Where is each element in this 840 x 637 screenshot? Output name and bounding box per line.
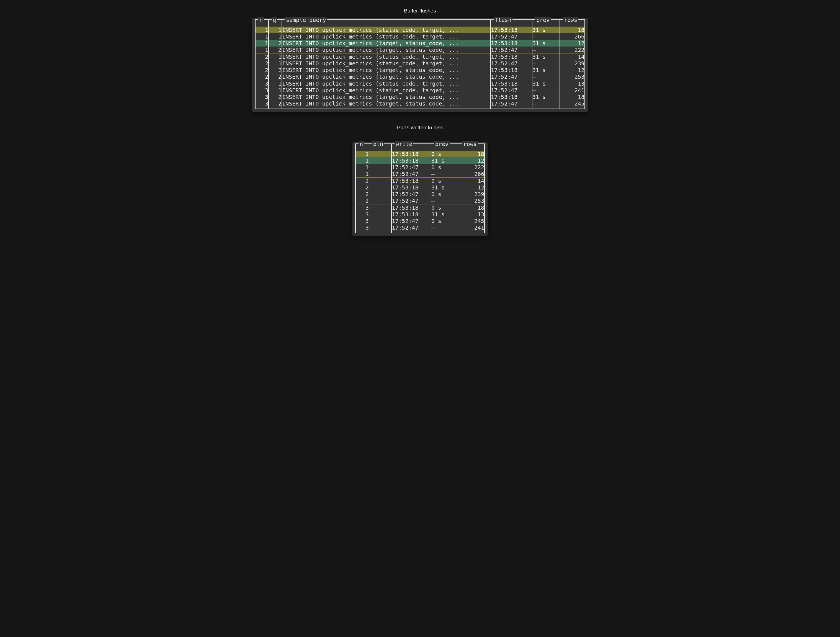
cell-n: 3	[355, 211, 369, 218]
cell-flush: 17:53:18	[491, 67, 532, 73]
col-header-prev: prev	[434, 141, 450, 147]
cell-n: 2	[255, 54, 268, 60]
cell-ptn	[369, 198, 392, 204]
table-header-row: n q sample_query flush prev rows	[255, 19, 585, 27]
cell-write: 17:53:18	[392, 151, 431, 157]
cell-rows: 12	[560, 40, 585, 46]
cell-write: 17:53:18	[392, 211, 431, 218]
table-row: 32INSERT INTO upclick_metrics (target, s…	[255, 93, 585, 100]
cell-rows: 266	[459, 171, 485, 177]
cell-ptn	[369, 151, 392, 157]
cell-ptn	[369, 171, 392, 177]
cell-prev: –	[431, 171, 459, 177]
cell-n: 2	[355, 184, 369, 191]
cell-write: 17:52:47	[392, 171, 431, 177]
col-header-rows: rows	[563, 17, 578, 23]
cell-prev: –	[431, 198, 459, 204]
table-row: 117:53:1831 s12	[355, 157, 485, 164]
cell-flush: 17:52:47	[491, 100, 532, 107]
table-row: 12INSERT INTO upclick_metrics (target, s…	[255, 40, 585, 46]
cell-write: 17:53:18	[392, 177, 431, 184]
cell-n: 1	[355, 171, 369, 177]
table-row: 217:52:470 s239	[355, 191, 485, 198]
table-row: 32INSERT INTO upclick_metrics (target, s…	[255, 100, 585, 107]
cell-n: 2	[255, 67, 268, 73]
table-row: 317:52:470 s245	[355, 218, 485, 224]
cell-rows: 239	[560, 60, 585, 67]
cell-sample-query: INSERT INTO upclick_metrics (target, sta…	[282, 100, 491, 107]
cell-sample-query: INSERT INTO upclick_metrics (status_code…	[282, 60, 491, 67]
cell-sample-query: INSERT INTO upclick_metrics (status_code…	[282, 54, 491, 60]
col-header-n: n	[258, 17, 264, 23]
cell-q: 2	[268, 40, 282, 46]
cell-rows: 245	[560, 100, 585, 107]
cell-rows: 18	[459, 151, 485, 157]
cell-prev: 31 s	[532, 67, 560, 73]
parts-written-card: n ptn write prev rows 117:53:180 s18117:…	[352, 142, 488, 236]
cell-sample-query: INSERT INTO upclick_metrics (target, sta…	[282, 40, 491, 46]
cell-rows: 222	[560, 46, 585, 54]
cell-rows: 18	[560, 27, 585, 33]
cell-n: 3	[355, 224, 369, 231]
cell-n: 3	[255, 100, 268, 107]
cell-flush: 17:52:47	[491, 46, 532, 54]
col-header-q: q	[272, 17, 277, 23]
cell-prev: –	[532, 87, 560, 93]
cell-n: 1	[255, 27, 268, 33]
cell-prev: 31 s	[532, 93, 560, 100]
cell-rows: 245	[459, 218, 485, 224]
cell-rows: 12	[459, 157, 485, 164]
section2-title: Parts written to disk	[249, 125, 591, 131]
cell-flush: 17:53:18	[491, 27, 532, 33]
cell-n: 3	[255, 80, 268, 87]
cell-rows: 253	[459, 198, 485, 204]
cell-ptn	[369, 218, 392, 224]
cell-flush: 17:53:18	[491, 54, 532, 60]
cell-prev: 31 s	[532, 40, 560, 46]
cell-write: 17:53:18	[392, 157, 431, 164]
cell-q: 1	[268, 27, 282, 33]
cell-rows: 253	[560, 73, 585, 80]
cell-write: 17:52:47	[392, 224, 431, 231]
cell-flush: 17:52:47	[491, 73, 532, 80]
cell-rows: 18	[459, 204, 485, 211]
cell-n: 3	[255, 93, 268, 100]
table-row: 31INSERT INTO upclick_metrics (status_co…	[255, 87, 585, 93]
cell-prev: 0 s	[431, 151, 459, 157]
cell-ptn	[369, 177, 392, 184]
cell-ptn	[369, 157, 392, 164]
cell-sample-query: INSERT INTO upclick_metrics (status_code…	[282, 87, 491, 93]
cell-n: 3	[355, 218, 369, 224]
cell-ptn	[369, 191, 392, 198]
table-row: 317:53:1831 s13	[355, 211, 485, 218]
cell-rows: 14	[560, 54, 585, 60]
cell-n: 2	[355, 198, 369, 204]
cell-prev: 0 s	[431, 191, 459, 198]
cell-flush: 17:52:47	[491, 87, 532, 93]
cell-q: 2	[268, 73, 282, 80]
cell-n: 2	[355, 177, 369, 184]
parts-written-table: n ptn write prev rows 117:53:180 s18117:…	[355, 144, 485, 233]
table-row: 117:52:470 s222	[355, 164, 485, 171]
cell-ptn	[369, 204, 392, 211]
col-header-rows: rows	[462, 141, 478, 147]
cell-prev: 0 s	[431, 164, 459, 171]
cell-n: 1	[355, 157, 369, 164]
cell-sample-query: INSERT INTO upclick_metrics (target, sta…	[282, 67, 491, 73]
buffer-flushes-table: n q sample_query flush prev rows 11INSER…	[255, 19, 585, 109]
cell-rows: 241	[459, 224, 485, 231]
cell-sample-query: INSERT INTO upclick_metrics (target, sta…	[282, 73, 491, 80]
cell-sample-query: INSERT INTO upclick_metrics (status_code…	[282, 33, 491, 40]
table-row: 21INSERT INTO upclick_metrics (status_co…	[255, 60, 585, 67]
cell-rows: 18	[560, 93, 585, 100]
table-row: 117:52:47–266	[355, 171, 485, 177]
cell-write: 17:52:47	[392, 191, 431, 198]
cell-ptn	[369, 211, 392, 218]
cell-n: 3	[355, 204, 369, 211]
cell-flush: 17:53:18	[491, 40, 532, 46]
cell-rows: 13	[459, 211, 485, 218]
col-header-write: write	[395, 141, 414, 147]
cell-rows: 239	[459, 191, 485, 198]
cell-write: 17:52:47	[392, 164, 431, 171]
cell-prev: –	[532, 46, 560, 54]
